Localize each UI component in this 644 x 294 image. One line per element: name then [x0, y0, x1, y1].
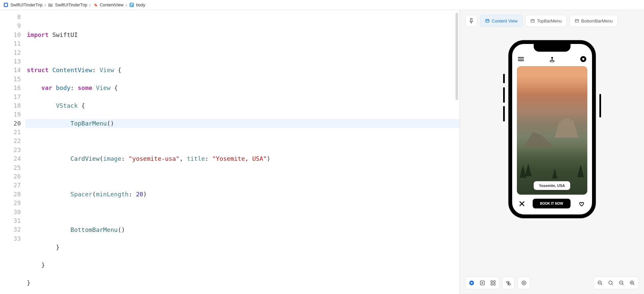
tree-shape — [525, 163, 532, 176]
pin-preview-button[interactable] — [465, 15, 477, 27]
mappin-icon[interactable] — [548, 55, 556, 63]
phone-notch — [534, 44, 571, 52]
breadcrumb-folder[interactable]: SwiftUITinderTrip — [55, 3, 87, 7]
half-dome-shape — [555, 117, 578, 138]
live-preview-button[interactable] — [467, 278, 476, 288]
menu-icon[interactable] — [518, 56, 524, 62]
svg-line-39 — [623, 284, 624, 285]
svg-line-42 — [633, 284, 634, 285]
svg-rect-6 — [531, 19, 534, 22]
svg-marker-22 — [482, 282, 483, 284]
card-title-pill: Yosemite, USA — [534, 181, 570, 190]
book-it-now-button[interactable]: BOOK IT NOW — [533, 199, 571, 208]
svg-point-31 — [522, 281, 526, 285]
tree-shape — [577, 164, 584, 177]
svg-line-37 — [612, 284, 613, 285]
chevron-right-icon: › — [125, 2, 127, 8]
svg-text:P: P — [130, 3, 133, 7]
svg-point-28 — [508, 282, 509, 283]
svg-point-30 — [508, 284, 509, 285]
svg-point-32 — [523, 282, 525, 284]
preview-settings-button[interactable] — [519, 278, 529, 288]
scrollbar-thumb[interactable] — [455, 13, 458, 100]
zoom-fit-button[interactable] — [606, 278, 615, 288]
preview-canvas: Content View TopBarMenu BottomBarMenu — [460, 10, 644, 294]
code-editor[interactable]: 8910111213141516171819202122232425262728… — [0, 10, 460, 294]
tree-shape — [552, 168, 557, 179]
svg-point-13 — [551, 57, 553, 59]
chevron-right-icon: › — [45, 2, 46, 8]
card-view[interactable]: Yosemite, USA — [517, 66, 587, 195]
phone-power-button — [599, 94, 601, 117]
tab-content-view[interactable]: Content View — [480, 15, 523, 27]
line-number-gutter: 8910111213141516171819202122232425262728… — [0, 10, 25, 294]
variants-preview-button[interactable] — [488, 278, 498, 288]
mountain-shape — [524, 131, 554, 147]
svg-rect-24 — [494, 281, 495, 283]
zoom-actual-button[interactable] — [617, 278, 626, 288]
app-topbar — [517, 54, 587, 66]
phone-silent-switch — [503, 74, 505, 83]
svg-point-36 — [609, 281, 612, 284]
svg-rect-1 — [5, 4, 7, 6]
svg-rect-25 — [491, 284, 493, 285]
tab-bottombarmenu[interactable]: BottomBarMenu — [570, 15, 618, 27]
zoom-in-button[interactable] — [628, 278, 637, 288]
heart-outline-icon[interactable] — [578, 200, 585, 207]
svg-rect-23 — [491, 281, 493, 283]
chevron-right-icon: › — [89, 2, 91, 8]
breadcrumb-file[interactable]: ContentView — [100, 3, 124, 7]
breadcrumb-project[interactable]: SwiftUITinderTrip — [10, 3, 43, 7]
svg-point-40 — [621, 282, 622, 283]
phone-volume-down — [503, 106, 505, 121]
property-icon: P — [129, 2, 134, 7]
breadcrumb-symbol[interactable]: body — [136, 3, 145, 7]
tab-topbarmenu[interactable]: TopBarMenu — [525, 15, 567, 27]
folder-icon — [48, 3, 53, 7]
phone-volume-up — [503, 87, 505, 103]
code-content[interactable]: import SwiftUI struct ContentView: View … — [25, 10, 460, 294]
zoom-out-button[interactable] — [595, 278, 605, 288]
svg-rect-8 — [575, 19, 579, 22]
app-bottombar: BOOK IT NOW — [517, 195, 587, 210]
swift-icon — [93, 2, 98, 7]
device-settings-button[interactable] — [504, 278, 513, 288]
app-icon — [3, 2, 8, 7]
breadcrumb[interactable]: SwiftUITinderTrip › SwiftUITinderTrip › … — [0, 0, 644, 10]
svg-rect-26 — [494, 284, 495, 285]
svg-line-34 — [601, 284, 602, 285]
svg-rect-4 — [486, 19, 489, 22]
svg-point-15 — [550, 60, 554, 62]
selectable-preview-button[interactable] — [478, 278, 487, 288]
iphone-preview[interactable]: Yosemite, USA BOOK IT NOW — [508, 40, 596, 218]
close-icon[interactable] — [519, 201, 525, 207]
heart-circle-icon[interactable] — [580, 56, 587, 62]
